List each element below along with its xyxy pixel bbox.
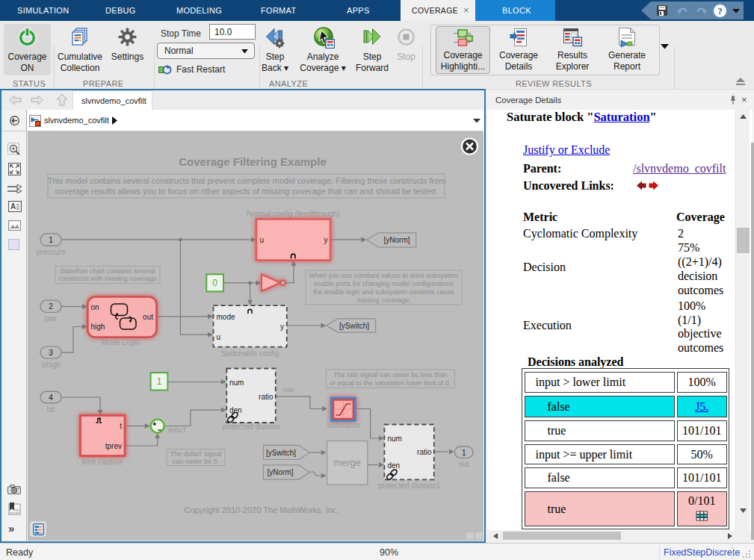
svg-text:2: 2 (49, 302, 53, 311)
svg-text:can never be 0.: can never be 0. (172, 458, 218, 465)
svg-text:pwr: pwr (44, 314, 57, 323)
svg-text:Stateflow chart contains sever: Stateflow chart contains several (60, 267, 155, 275)
svg-text:3: 3 (49, 349, 53, 357)
svg-text:[yNorm]: [yNorm] (383, 236, 410, 244)
svg-text:mode: mode (216, 313, 235, 321)
svg-text:Mode Logic: Mode Logic (101, 338, 140, 346)
svg-text:merge: merge (333, 457, 361, 468)
svg-text:coverage results allows you to: coverage results allows you to focus on … (55, 187, 437, 196)
svg-text:Normal config (feedthrough): Normal config (feedthrough) (247, 210, 340, 218)
svg-text:pressure: pressure (36, 248, 65, 256)
svg-text:rate: rate (282, 386, 294, 393)
svg-text:Switchable config: Switchable config (220, 349, 279, 358)
svg-text:Coverage Filtering Example: Coverage Filtering Example (179, 155, 327, 168)
svg-text:enable ports for changing mode: enable ports for changing model configur… (313, 280, 454, 287)
svg-text:deltaT: deltaT (167, 426, 187, 434)
svg-text:on: on (90, 303, 99, 311)
svg-text:the enable logic and subsystem: the enable logic and subsystem contents … (312, 288, 454, 296)
svg-text:time capture: time capture (81, 458, 123, 466)
svg-text:num: num (229, 379, 244, 387)
svg-text:[yNorm]: [yNorm] (267, 468, 293, 476)
svg-text:or equal to the saturation low: or equal to the saturation lower limit o… (330, 379, 451, 387)
svg-text:y: y (280, 323, 284, 331)
svg-text:num: num (387, 435, 401, 443)
svg-text:u: u (259, 236, 264, 244)
svg-text:[ySwitch]: [ySwitch] (339, 322, 368, 330)
svg-text:0: 0 (212, 278, 217, 288)
svg-text:high: high (90, 323, 105, 331)
svg-text:This model contains several co: This model contains several constructs t… (47, 176, 445, 185)
svg-text:When you use constant values t: When you use constant values to drive su… (309, 272, 458, 279)
svg-text:1: 1 (49, 236, 53, 244)
svg-text:den: den (229, 406, 242, 414)
svg-text:?: ? (717, 5, 723, 16)
svg-text:The deltaT signal: The deltaT signal (170, 450, 221, 458)
svg-text:A: A (10, 202, 16, 211)
svg-text:4: 4 (49, 393, 53, 402)
svg-text:ratio: ratio (259, 393, 274, 401)
svg-text:Saturation: Saturation (326, 421, 360, 429)
svg-text:1: 1 (461, 449, 466, 457)
svg-text:missing coverage.: missing coverage. (356, 296, 411, 304)
svg-text:tprev: tprev (105, 442, 121, 450)
svg-text:1: 1 (156, 376, 161, 387)
svg-text:ishigh: ishigh (40, 361, 60, 369)
svg-text:The rate signal can never be l: The rate signal can never be less than (333, 371, 448, 379)
svg-text:protected division1: protected division1 (377, 482, 440, 490)
svg-text:Copyright 2010-2020 The MathWo: Copyright 2010-2020 The MathWorks, Inc. (184, 505, 339, 514)
svg-text:t: t (120, 422, 122, 430)
svg-text:y: y (324, 236, 327, 244)
svg-text:den: den (387, 461, 400, 470)
svg-text:out: out (143, 313, 153, 321)
svg-text:ratio: ratio (417, 448, 432, 456)
svg-text:hit: hit (46, 405, 55, 414)
svg-text:protected division: protected division (222, 423, 280, 431)
svg-text:u: u (216, 333, 220, 341)
svg-text:out: out (458, 460, 469, 468)
svg-text:constructs with missing covera: constructs with missing coverage (58, 275, 156, 282)
svg-text:[ySwitch]: [ySwitch] (265, 449, 295, 457)
